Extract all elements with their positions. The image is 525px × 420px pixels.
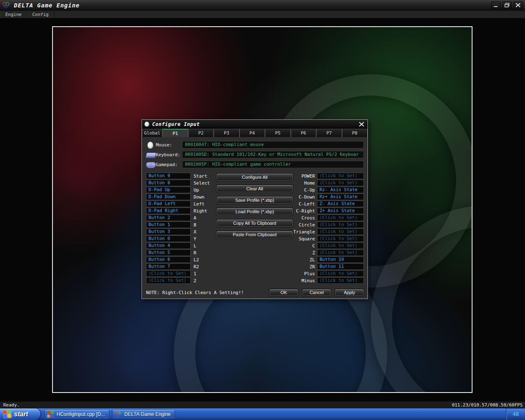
mapping-value-c-right[interactable]: Z+ Axis State [317, 208, 364, 214]
taskbar-task-delta-game-engine[interactable]: DELTA Game Engine [112, 409, 175, 419]
tab-p8[interactable]: P8 [342, 129, 368, 137]
tab-p4[interactable]: P4 [240, 129, 265, 137]
mapping-row: POWER(Click to Set) [292, 173, 364, 179]
tab-global[interactable]: Global [142, 129, 162, 137]
mapping-value-x[interactable]: Button 3 [146, 228, 191, 235]
cancel-button[interactable]: Cancel [302, 289, 331, 296]
mapping-row: D-Pad DownDown [146, 194, 210, 200]
mapping-row: Button 8Select [146, 180, 210, 186]
mapping-key-label: C-Up [292, 187, 317, 193]
mapping-value-zl[interactable]: Button 10 [317, 256, 364, 263]
tab-p7[interactable]: P7 [316, 129, 342, 137]
delta-logo-icon [2, 1, 11, 9]
mapping-key-label: C-Right [292, 208, 317, 214]
task-label: HConfigInput.cpp [D... [57, 411, 105, 417]
ok-button[interactable]: OK [269, 289, 298, 296]
close-button[interactable] [514, 2, 523, 9]
copy-all-to-clipboard-button[interactable]: Copy All To Clipboard [217, 219, 293, 227]
start-label: start [14, 411, 28, 418]
gamepad-icon [146, 161, 156, 168]
device-list: Mouse:00010047: HID-compliant mouseKeybo… [146, 141, 364, 171]
apply-button[interactable]: Apply [335, 289, 364, 296]
start-button[interactable]: start [0, 409, 40, 420]
mapping-value-minus[interactable]: (Click to Set) [317, 277, 364, 284]
mapping-row: C-DownRz+ Axis State [292, 194, 364, 200]
vs-file-icon [47, 411, 54, 418]
mapping-value-zr[interactable]: Button 11 [317, 263, 364, 270]
mapping-row: Cross(Click to Set) [292, 215, 364, 221]
mapping-value-start[interactable]: Button 9 [146, 173, 191, 179]
tab-p3[interactable]: P3 [214, 129, 240, 137]
menu-item-config[interactable]: Config [27, 11, 54, 18]
mapping-row: D-Pad RightRight [146, 208, 210, 214]
dialog-close-button[interactable] [358, 121, 365, 128]
mapping-key-label: R [194, 250, 196, 256]
mapping-value-c-down[interactable]: Rz+ Axis State [317, 194, 364, 200]
mapping-key-label: POWER [292, 173, 317, 179]
mapping-key-label: Plus [292, 271, 317, 276]
mapping-key-label: Down [194, 194, 205, 200]
mapping-value-square[interactable]: (Click to Set) [317, 235, 364, 242]
mapping-value-r[interactable]: Button 5 [146, 249, 191, 256]
window-titlebar: DELTA Game Engine [0, 0, 525, 11]
mapping-value-l2[interactable]: Button 6 [146, 256, 191, 263]
mapping-value-up[interactable]: D-Pad Up [146, 187, 191, 193]
mapping-value-c[interactable]: (Click to Set) [317, 242, 364, 249]
dialog-footer: NOTE: Right-Click Clears A Setting!! OKC… [146, 289, 364, 297]
mapping-row: Triangle(Click to Set) [292, 228, 364, 235]
tab-p2[interactable]: P2 [188, 129, 214, 137]
mapping-value-2[interactable]: (Click to Set) [146, 277, 191, 284]
paste-from-clipboard-button[interactable]: Paste From Clipboard [217, 231, 293, 238]
mapping-value-1[interactable]: (Click to Set) [146, 270, 191, 277]
mapping-value-select[interactable]: Button 8 [146, 180, 191, 186]
mapping-row: Home(Click to Set) [292, 180, 364, 186]
taskbar-task-hconfiginput-cpp-d[interactable]: HConfigInput.cpp [D... [44, 409, 110, 419]
clear-all-button[interactable]: Clear All [217, 185, 293, 192]
load-profile-xbp-button[interactable]: Load Profile (*.xbp) [217, 208, 293, 215]
tab-p5[interactable]: P5 [265, 129, 291, 137]
mapping-value-cross[interactable]: (Click to Set) [317, 215, 364, 221]
mapping-value-right[interactable]: D-Pad Right [146, 208, 191, 214]
minimize-button[interactable] [491, 2, 500, 9]
mapping-value-y[interactable]: Button 0 [146, 235, 191, 242]
status-message: Ready. [3, 402, 20, 408]
menu-item-engine[interactable]: Engine [0, 11, 27, 18]
configure-all-button[interactable]: Configure All [217, 173, 293, 181]
restore-button[interactable] [502, 2, 511, 9]
mapping-key-label: Y [194, 236, 196, 242]
tab-p1[interactable]: P1 [162, 129, 188, 137]
mapping-row: Button 7R2 [146, 263, 210, 270]
action-button-column: Configure AllClear AllSave Profile (*.xb… [217, 173, 293, 242]
mapping-value-plus[interactable]: (Click to Set) [317, 270, 364, 277]
mapping-value-c-left[interactable]: Z- Axis State [317, 201, 364, 207]
mapping-value-z[interactable]: (Click to Set) [317, 249, 364, 256]
tab-p6[interactable]: P6 [291, 129, 317, 137]
mapping-row: Square(Click to Set) [292, 235, 364, 242]
save-profile-xbp-button[interactable]: Save Profile (*.xbp) [217, 196, 293, 204]
mapping-value-a[interactable]: Button 2 [146, 215, 191, 221]
mapping-value-left[interactable]: D-Pad Left [146, 201, 191, 207]
mapping-row: Button 0Y [146, 235, 210, 242]
close-icon [359, 122, 364, 127]
mapping-value-triangle[interactable]: (Click to Set) [317, 228, 364, 235]
taskbar-tasks: HConfigInput.cpp [D...DELTA Game Engine [44, 409, 175, 419]
mapping-value-c-up[interactable]: Rz- Axis State [317, 187, 364, 193]
mapping-value-l[interactable]: Button 4 [146, 242, 191, 249]
status-metrics: 011.23/010.57/008.50/60FPS [452, 402, 523, 408]
device-field: 0001005D: Standard 101/102-Key or Micros… [182, 151, 364, 158]
task-label: DELTA Game Engine [124, 411, 171, 417]
mapping-value-home[interactable]: (Click to Set) [317, 180, 364, 186]
mapping-row: (Click to Set)2 [146, 277, 210, 284]
mapping-value-down[interactable]: D-Pad Down [146, 194, 191, 200]
mapping-value-b[interactable]: Button 1 [146, 221, 191, 228]
dialog-titlebar: Configure Input [142, 120, 368, 129]
mapping-row: D-Pad UpUp [146, 187, 210, 193]
mapping-column-left: Button 9StartButton 8SelectD-Pad UpUpD-P… [146, 173, 210, 284]
mapping-value-circle[interactable]: (Click to Set) [317, 221, 364, 228]
configure-input-dialog: Configure Input GlobalP1P2P3P4P5P6P7P8 M… [142, 119, 368, 299]
mapping-value-power[interactable]: (Click to Set) [317, 173, 364, 179]
mapping-value-r2[interactable]: Button 7 [146, 263, 191, 270]
minimize-icon [494, 3, 498, 7]
keyboard-icon [146, 151, 156, 158]
mapping-key-label: C-Down [292, 194, 317, 200]
